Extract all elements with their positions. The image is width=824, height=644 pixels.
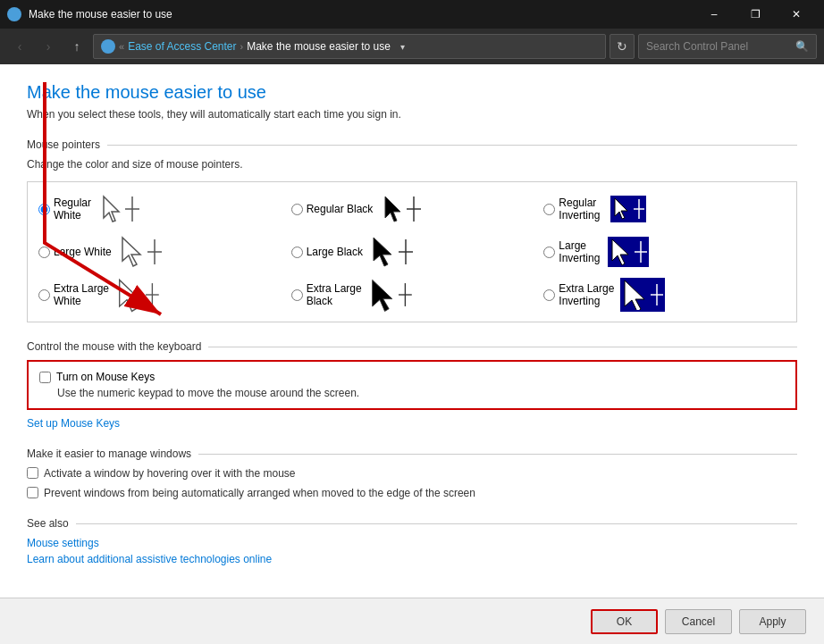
svg-marker-15 <box>612 239 628 265</box>
pointer-preview-extra-large-black <box>369 279 412 311</box>
pointer-preview-extra-large-inverting <box>621 279 664 311</box>
activate-window-label[interactable]: Activate a window by hovering over it wi… <box>44 467 295 480</box>
prevent-arrange-row: Prevent windows from being automatically… <box>27 487 797 499</box>
bottom-bar: OK Cancel Apply <box>0 598 824 644</box>
pointer-preview-regular-inverting <box>607 193 650 225</box>
breadcrumb-icon <box>101 39 115 54</box>
mouse-keys-label[interactable]: Turn on Mouse Keys <box>56 371 155 383</box>
pointer-extra-large-white-label: Extra LargeWhite <box>54 282 109 307</box>
mouse-keys-section: Control the mouse with the keyboard Turn… <box>27 340 797 430</box>
apply-button[interactable]: Apply <box>739 609 806 634</box>
pointer-preview-extra-large-white <box>116 279 159 311</box>
radio-extra-large-inverting-label[interactable]: Extra LargeInverting <box>543 282 614 307</box>
mouse-keys-checkbox[interactable] <box>39 372 51 383</box>
pointer-regular-white-label: RegularWhite <box>54 197 91 222</box>
svg-marker-6 <box>615 198 627 219</box>
address-box: « Ease of Access Center › Make the mouse… <box>93 34 606 59</box>
radio-regular-inverting-label[interactable]: RegularInverting <box>543 197 600 222</box>
radio-regular-inverting[interactable] <box>543 204 555 215</box>
search-icon: 🔍 <box>795 40 809 53</box>
close-button[interactable]: ✕ <box>776 0 817 29</box>
setup-mouse-keys-link[interactable]: Set up Mouse Keys <box>27 417 120 430</box>
svg-marker-3 <box>385 197 400 222</box>
back-button[interactable]: ‹ <box>7 34 32 59</box>
up-button[interactable]: ↑ <box>64 34 89 59</box>
pointer-regular-inverting: RegularInverting <box>543 193 786 225</box>
breadcrumb-ease-of-access[interactable]: Ease of Access Center <box>128 40 236 53</box>
pointer-extra-large-inverting: Extra LargeInverting <box>543 279 786 311</box>
pointer-large-inverting-label: LargeInverting <box>559 239 600 264</box>
mouse-settings-link[interactable]: Mouse settings <box>27 537 797 549</box>
svg-marker-24 <box>625 280 644 310</box>
search-input[interactable] <box>646 40 792 53</box>
radio-large-white-label[interactable]: Large White <box>38 246 112 258</box>
activate-window-checkbox[interactable] <box>27 467 38 479</box>
mouse-pointers-title: Mouse pointers <box>27 138 797 151</box>
pointer-preview-large-inverting <box>607 236 650 268</box>
page-title: Make the mouse easier to use <box>27 82 797 103</box>
radio-regular-black-label[interactable]: Regular Black <box>291 203 374 215</box>
pointer-regular-black-label: Regular Black <box>307 203 374 215</box>
pointer-preview-large-black <box>370 236 413 268</box>
breadcrumb-current: Make the mouse easier to use <box>247 40 391 53</box>
pointers-grid: RegularWhite Regular Black <box>38 193 786 311</box>
window-management-title: Make it easier to manage windows <box>27 447 797 460</box>
assistive-tech-link[interactable]: Learn about additional assistive technol… <box>27 553 797 565</box>
svg-marker-9 <box>122 238 140 266</box>
pointer-extra-large-white: Extra LargeWhite <box>38 279 281 311</box>
app-icon <box>7 7 21 21</box>
radio-regular-white-label[interactable]: RegularWhite <box>38 197 91 222</box>
ok-button[interactable]: OK <box>591 609 658 634</box>
svg-marker-12 <box>374 238 391 266</box>
address-dropdown-button[interactable]: ▾ <box>394 34 412 59</box>
pointer-regular-black: Regular Black <box>291 193 534 225</box>
radio-extra-large-black-label[interactable]: Extra LargeBlack <box>291 282 362 307</box>
pointer-extra-large-black-label: Extra LargeBlack <box>307 282 362 307</box>
pointer-large-black-label: Large Black <box>307 246 363 258</box>
pointer-preview-regular-white <box>98 193 141 225</box>
window-controls: – ❐ ✕ <box>694 0 817 29</box>
breadcrumb-separator2: › <box>240 41 244 52</box>
title-bar: Make the mouse easier to use – ❐ ✕ <box>0 0 824 29</box>
radio-extra-large-black[interactable] <box>291 289 303 301</box>
window-management-section: Make it easier to manage windows Activat… <box>27 447 797 499</box>
activate-window-row: Activate a window by hovering over it wi… <box>27 467 797 480</box>
radio-large-white[interactable] <box>38 247 50 258</box>
svg-marker-18 <box>120 280 139 311</box>
prevent-arrange-checkbox[interactable] <box>27 487 38 498</box>
radio-large-black[interactable] <box>291 247 303 258</box>
window-title: Make the mouse easier to use <box>29 8 694 21</box>
refresh-button[interactable]: ↻ <box>610 34 635 59</box>
pointer-extra-large-black: Extra LargeBlack <box>291 279 534 311</box>
radio-regular-white[interactable] <box>38 204 50 215</box>
pointers-box: RegularWhite Regular Black <box>27 181 797 322</box>
address-bar: ‹ › ↑ « Ease of Access Center › Make the… <box>0 29 824 64</box>
pointer-preview-large-white <box>119 236 162 268</box>
radio-extra-large-white-label[interactable]: Extra LargeWhite <box>38 282 109 307</box>
pointer-large-black: Large Black <box>291 236 534 268</box>
cancel-button[interactable]: Cancel <box>665 609 732 634</box>
pointer-extra-large-inverting-label: Extra LargeInverting <box>559 282 614 307</box>
restore-button[interactable]: ❐ <box>735 0 776 29</box>
radio-extra-large-white[interactable] <box>38 289 50 301</box>
pointer-large-white: Large White <box>38 236 281 268</box>
radio-large-inverting[interactable] <box>543 247 555 258</box>
see-also-title: See also <box>27 517 797 530</box>
radio-large-black-label[interactable]: Large Black <box>291 246 363 258</box>
prevent-arrange-label[interactable]: Prevent windows from being automatically… <box>44 487 475 499</box>
radio-large-inverting-label[interactable]: LargeInverting <box>543 239 600 264</box>
forward-button[interactable]: › <box>36 34 61 59</box>
minimize-button[interactable]: – <box>694 0 735 29</box>
main-content: Make the mouse easier to use When you se… <box>0 64 824 598</box>
radio-regular-black[interactable] <box>291 204 303 215</box>
mouse-pointers-desc: Change the color and size of mouse point… <box>27 158 797 171</box>
radio-extra-large-inverting[interactable] <box>543 289 555 301</box>
pointer-preview-regular-black <box>380 193 423 225</box>
pointer-large-white-label: Large White <box>54 246 112 258</box>
pointer-regular-white: RegularWhite <box>38 193 281 225</box>
mouse-keys-title: Control the mouse with the keyboard <box>27 340 797 353</box>
pointer-large-inverting: LargeInverting <box>543 236 786 268</box>
mouse-keys-desc: Use the numeric keypad to move the mouse… <box>57 387 785 399</box>
search-box: 🔍 <box>638 34 817 59</box>
see-also-section: See also Mouse settings Learn about addi… <box>27 517 797 565</box>
